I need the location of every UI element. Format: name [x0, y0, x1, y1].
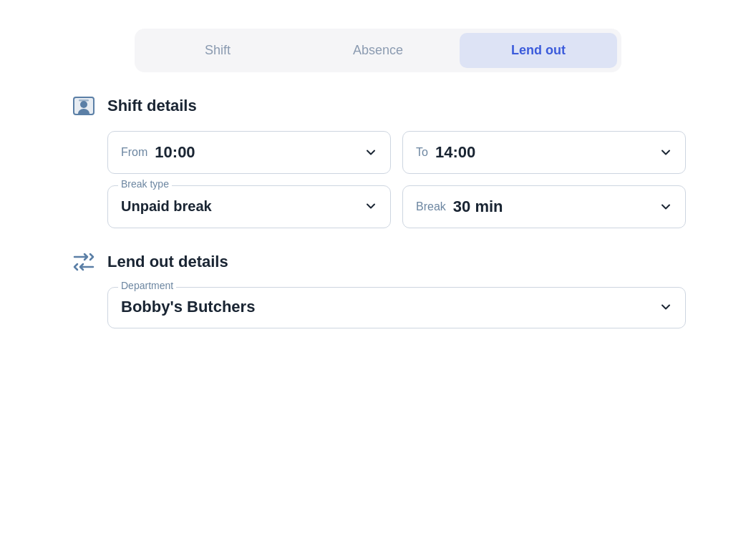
- shift-details-icon: [70, 92, 97, 120]
- shift-details-header: Shift details: [70, 92, 686, 120]
- break-type-field[interactable]: Break type Unpaid break: [107, 185, 391, 228]
- break-type-value: Unpaid break: [121, 198, 357, 215]
- break-value: 30 min: [453, 198, 652, 216]
- from-label: From: [121, 146, 147, 159]
- break-duration-field[interactable]: Break 30 min: [402, 185, 686, 228]
- department-value: Bobby's Butchers: [121, 298, 652, 316]
- lend-out-header: Lend out details: [70, 248, 686, 276]
- tab-lend-out[interactable]: Lend out: [460, 33, 617, 68]
- to-chevron-icon: [659, 146, 672, 159]
- svg-rect-3: [79, 99, 89, 102]
- page-container: Shift Absence Lend out Shift details Fro…: [70, 29, 686, 328]
- tab-bar: Shift Absence Lend out: [135, 29, 621, 72]
- department-field[interactable]: Department Bobby's Butchers: [107, 287, 686, 328]
- break-type-label: Break type: [118, 178, 172, 190]
- to-value: 14:00: [435, 143, 652, 162]
- from-to-row: From 10:00 To 14:00: [107, 131, 686, 174]
- tab-absence[interactable]: Absence: [299, 33, 457, 68]
- break-label: Break: [416, 200, 446, 213]
- break-duration-chevron-icon: [659, 200, 672, 213]
- shift-details-section: Shift details From 10:00 To 14:00: [70, 92, 686, 228]
- department-label: Department: [118, 280, 176, 291]
- to-label: To: [416, 146, 428, 159]
- lend-out-title: Lend out details: [107, 253, 228, 271]
- lend-out-section: Lend out details Department Bobby's Butc…: [70, 248, 686, 328]
- svg-point-2: [80, 101, 87, 108]
- break-row: Break type Unpaid break Break 30 min: [107, 185, 686, 228]
- from-field[interactable]: From 10:00: [107, 131, 391, 174]
- shift-details-title: Shift details: [107, 97, 197, 115]
- from-value: 10:00: [155, 143, 357, 162]
- from-chevron-icon: [364, 146, 377, 159]
- lend-out-icon: [70, 248, 97, 276]
- department-chevron-icon: [659, 301, 672, 313]
- to-field[interactable]: To 14:00: [402, 131, 686, 174]
- break-type-chevron-icon: [364, 200, 377, 213]
- tab-shift[interactable]: Shift: [139, 33, 296, 68]
